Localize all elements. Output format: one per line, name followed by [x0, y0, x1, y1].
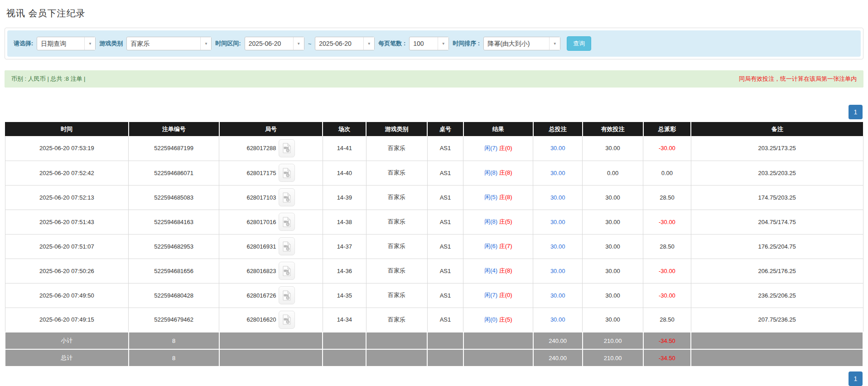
cell-round-id: 628016726 — [219, 283, 323, 308]
page-size-label: 每页笔数 : — [378, 39, 405, 48]
cell-result: 闲(7) 庄(0) — [463, 283, 533, 308]
total-bet-link[interactable]: 30.00 — [550, 316, 565, 323]
subtotal-row-cell — [691, 332, 863, 349]
query-type-value: 日期查询 — [37, 37, 84, 50]
caret-down-icon[interactable]: ▼ — [549, 37, 560, 50]
cell-session: 14-34 — [323, 308, 366, 332]
cell-note: 203.25/173.25 — [691, 136, 863, 161]
total-bet-link[interactable]: 30.00 — [550, 145, 565, 151]
video-record-button[interactable] — [279, 188, 295, 206]
table-row: 2025-06-20 07:51:07522594682953628016931… — [5, 234, 863, 259]
date-from-value: 2025-06-20 — [245, 37, 293, 50]
header-row: 时间注单编号局号场次游戏类别桌号结果总投注有效投注总派彩备注 — [5, 122, 863, 136]
date-to-select[interactable]: 2025-06-20 ▼ — [315, 37, 375, 50]
video-record-icon — [282, 143, 291, 153]
cell-table-no: AS1 — [427, 259, 463, 283]
cell-total-bet: 30.00 — [533, 185, 583, 210]
cell-payout: -30.00 — [643, 136, 691, 161]
cell-payout: 28.50 — [643, 185, 691, 210]
round-id-wrap: 628017103 — [219, 188, 323, 206]
caret-down-icon[interactable]: ▼ — [438, 37, 448, 50]
total-row-cell — [323, 349, 366, 366]
total-bet-link[interactable]: 30.00 — [550, 292, 565, 299]
sort-order-select[interactable]: 降幂(由大到小) ▼ — [483, 37, 560, 50]
cell-total-bet: 30.00 — [533, 283, 583, 308]
total-bet-link[interactable]: 30.00 — [550, 170, 565, 176]
caret-down-icon[interactable]: ▼ — [200, 37, 211, 50]
result-player: 闲(8) — [484, 218, 497, 225]
column-header: 游戏类别 — [366, 122, 427, 136]
cell-session: 14-35 — [323, 283, 366, 308]
search-button[interactable]: 查询 — [567, 36, 591, 51]
cell-time: 2025-06-20 07:53:19 — [5, 136, 129, 161]
caret-down-icon[interactable]: ▼ — [293, 37, 304, 50]
column-header: 总派彩 — [643, 122, 691, 136]
date-to-value: 2025-06-20 — [315, 37, 363, 50]
sort-order-label: 时间排序 : — [453, 39, 480, 48]
result-player: 闲(4) — [484, 267, 497, 274]
cell-table-no: AS1 — [427, 136, 463, 161]
result-player: 闲(7) — [484, 145, 497, 151]
cell-valid-bet: 30.00 — [583, 136, 643, 161]
round-id-wrap: 628016726 — [219, 286, 323, 304]
video-record-button[interactable] — [279, 262, 295, 280]
video-record-button[interactable] — [279, 213, 295, 231]
video-record-button[interactable] — [279, 237, 295, 255]
total-bet-link[interactable]: 30.00 — [550, 219, 565, 225]
total-bet-link[interactable]: 30.00 — [550, 243, 565, 250]
cell-time: 2025-06-20 07:52:42 — [5, 161, 129, 185]
filter-bar: 请选择: 日期查询 ▼ 游戏类别 百家乐 ▼ 时间区间: 2025-06-20 … — [7, 30, 861, 57]
cell-bet-id: 522594681656 — [129, 259, 219, 283]
total-row-cell — [463, 349, 533, 366]
result-banker: 庄(0) — [499, 145, 512, 151]
video-record-button[interactable] — [279, 311, 295, 329]
result-player: 闲(7) — [484, 292, 497, 298]
pagination-page-button[interactable]: 1 — [849, 105, 863, 119]
result-banker: 庄(5) — [499, 316, 512, 323]
date-from-select[interactable]: 2025-06-20 ▼ — [245, 37, 304, 50]
total-bet-link[interactable]: 30.00 — [550, 194, 565, 201]
table-header: 时间注单编号局号场次游戏类别桌号结果总投注有效投注总派彩备注 — [5, 122, 863, 136]
valid-bet-notice-text: 同局有效投注，统一计算在该局第一张注单内 — [739, 75, 857, 83]
video-record-icon — [282, 241, 291, 252]
table-row: 2025-06-20 07:53:19522594687199628017288… — [5, 136, 863, 161]
video-record-button[interactable] — [279, 286, 295, 304]
cell-table-no: AS1 — [427, 185, 463, 210]
result-player: 闲(8) — [484, 169, 497, 176]
cell-payout: 28.50 — [643, 234, 691, 259]
column-header: 总投注 — [533, 122, 583, 136]
caret-down-icon[interactable]: ▼ — [363, 37, 374, 50]
page-size-select[interactable]: 100 ▼ — [409, 37, 449, 50]
table-row: 2025-06-20 07:52:42522594686071628017175… — [5, 161, 863, 185]
column-header: 备注 — [691, 122, 863, 136]
result-banker: 庄(0) — [499, 292, 512, 298]
table-row: 2025-06-20 07:52:13522594685083628017103… — [5, 185, 863, 210]
cell-valid-bet: 30.00 — [583, 283, 643, 308]
column-header: 结果 — [463, 122, 533, 136]
video-record-icon — [282, 266, 291, 276]
filter-panel: 请选择: 日期查询 ▼ 游戏类别 百家乐 ▼ 时间区间: 2025-06-20 … — [5, 28, 863, 59]
caret-down-icon[interactable]: ▼ — [84, 37, 95, 50]
round-id-wrap: 628017288 — [219, 139, 323, 157]
video-record-button[interactable] — [279, 164, 295, 182]
subtotal-row-cell — [427, 332, 463, 349]
query-type-select[interactable]: 日期查询 ▼ — [37, 37, 96, 50]
total-row-cell: -34.50 — [643, 349, 691, 366]
cell-result: 闲(8) 庄(8) — [463, 161, 533, 185]
cell-session: 14-37 — [323, 234, 366, 259]
pagination-page-button[interactable]: 1 — [849, 371, 863, 386]
result-player: 闲(6) — [484, 243, 497, 249]
cell-result: 闲(8) 庄(5) — [463, 210, 533, 234]
cell-game-category: 百家乐 — [366, 185, 427, 210]
video-record-button[interactable] — [279, 139, 295, 157]
cell-valid-bet: 30.00 — [583, 259, 643, 283]
game-category-select[interactable]: 百家乐 ▼ — [126, 37, 212, 50]
total-row-cell — [427, 349, 463, 366]
cell-session: 14-41 — [323, 136, 366, 161]
cell-note: 236.25/206.25 — [691, 283, 863, 308]
result-banker: 庄(5) — [499, 218, 512, 225]
cell-total-bet: 30.00 — [533, 234, 583, 259]
total-bet-link[interactable]: 30.00 — [550, 268, 565, 274]
round-id-value: 628016726 — [246, 292, 276, 299]
cell-bet-id: 522594680428 — [129, 283, 219, 308]
